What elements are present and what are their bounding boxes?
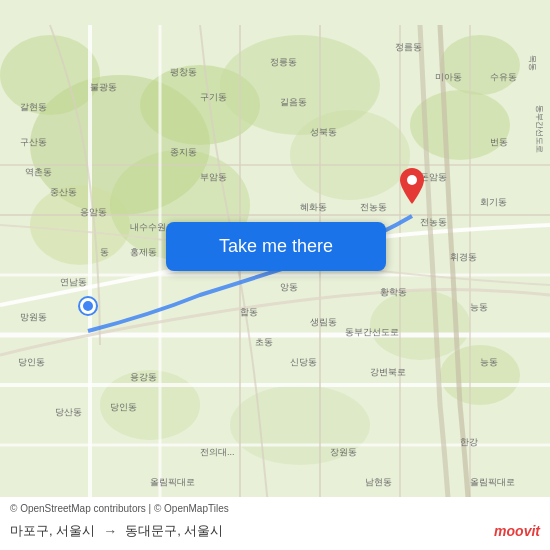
moovit-logo-text: moovit bbox=[494, 523, 540, 539]
svg-text:능동: 능동 bbox=[470, 302, 488, 312]
svg-text:합동: 합동 bbox=[240, 307, 258, 317]
svg-text:갈현동: 갈현동 bbox=[20, 102, 47, 112]
svg-text:동: 동 bbox=[100, 247, 109, 257]
svg-text:망원동: 망원동 bbox=[20, 312, 47, 322]
route-origin: 마포구, 서울시 bbox=[10, 522, 95, 540]
svg-text:올림픽대로: 올림픽대로 bbox=[150, 477, 195, 487]
svg-text:정름동: 정름동 bbox=[395, 42, 422, 52]
destination-marker bbox=[400, 168, 424, 204]
svg-text:평창동: 평창동 bbox=[170, 67, 197, 77]
svg-text:올림픽대로: 올림픽대로 bbox=[470, 477, 515, 487]
svg-text:종지동: 종지동 bbox=[170, 147, 197, 157]
take-me-there-button[interactable]: Take me there bbox=[166, 222, 386, 271]
svg-text:정릉동: 정릉동 bbox=[270, 57, 297, 67]
svg-text:구기동: 구기동 bbox=[200, 92, 227, 102]
svg-text:용강동: 용강동 bbox=[130, 372, 157, 382]
svg-text:초동: 초동 bbox=[255, 337, 273, 347]
svg-point-77 bbox=[407, 175, 417, 185]
svg-text:회기동: 회기동 bbox=[480, 197, 507, 207]
svg-text:장원동: 장원동 bbox=[330, 447, 357, 457]
map-background: 망원동 당인동 연남동 중산동 동 당인동 용강동 갈현동 불광동 구산동 역촌… bbox=[0, 0, 550, 550]
svg-text:돈암동: 돈암동 bbox=[420, 172, 447, 182]
svg-text:남현동: 남현동 bbox=[365, 477, 392, 487]
svg-text:당인동: 당인동 bbox=[18, 357, 45, 367]
svg-text:당산동: 당산동 bbox=[55, 407, 82, 417]
svg-text:전농동: 전농동 bbox=[420, 217, 447, 227]
svg-text:신당동: 신당동 bbox=[290, 357, 317, 367]
svg-text:구산동: 구산동 bbox=[20, 137, 47, 147]
svg-text:앙동: 앙동 bbox=[280, 282, 298, 292]
svg-text:연남동: 연남동 bbox=[60, 277, 87, 287]
svg-text:응암동: 응암동 bbox=[80, 207, 107, 217]
svg-text:황학동: 황학동 bbox=[380, 287, 407, 297]
svg-text:부암동: 부암동 bbox=[200, 172, 227, 182]
svg-text:불광동: 불광동 bbox=[90, 82, 117, 92]
svg-text:생림동: 생림동 bbox=[310, 317, 337, 327]
route-info: 마포구, 서울시 → 동대문구, 서울시 moovit bbox=[10, 518, 540, 544]
svg-text:능동: 능동 bbox=[480, 357, 498, 367]
svg-text:전농동: 전농동 bbox=[360, 202, 387, 212]
svg-text:한강: 한강 bbox=[460, 437, 478, 447]
svg-text:강변북로: 강변북로 bbox=[370, 367, 406, 377]
svg-point-6 bbox=[290, 110, 410, 200]
svg-text:번동: 번동 bbox=[490, 137, 508, 147]
map-attribution: © OpenStreetMap contributors | © OpenMap… bbox=[10, 503, 540, 514]
svg-text:동부간선도로: 동부간선도로 bbox=[535, 105, 544, 153]
svg-text:당인동: 당인동 bbox=[110, 402, 137, 412]
map-container: 망원동 당인동 연남동 중산동 동 당인동 용강동 갈현동 불광동 구산동 역촌… bbox=[0, 0, 550, 550]
route-arrow: → bbox=[103, 523, 117, 539]
route-destination: 동대문구, 서울시 bbox=[125, 522, 223, 540]
svg-text:동부간선도로: 동부간선도로 bbox=[345, 327, 399, 337]
svg-text:성북동: 성북동 bbox=[310, 127, 337, 137]
svg-text:목동: 목동 bbox=[528, 55, 537, 71]
svg-point-9 bbox=[0, 35, 100, 115]
svg-text:중산동: 중산동 bbox=[50, 187, 77, 197]
svg-text:길음동: 길음동 bbox=[280, 97, 307, 107]
svg-text:수유동: 수유동 bbox=[490, 72, 517, 82]
svg-point-8 bbox=[440, 35, 520, 95]
svg-text:혜화동: 혜화동 bbox=[300, 202, 327, 212]
svg-text:전의대...: 전의대... bbox=[200, 447, 235, 457]
svg-text:역촌동: 역촌동 bbox=[25, 167, 52, 177]
svg-text:미아동: 미아동 bbox=[435, 72, 462, 82]
svg-text:홍제동: 홍제동 bbox=[130, 247, 157, 257]
svg-point-11 bbox=[440, 345, 520, 405]
svg-text:휘경동: 휘경동 bbox=[450, 252, 477, 262]
bottom-bar: © OpenStreetMap contributors | © OpenMap… bbox=[0, 497, 550, 550]
moovit-logo: moovit bbox=[494, 523, 540, 539]
origin-marker bbox=[80, 298, 96, 314]
